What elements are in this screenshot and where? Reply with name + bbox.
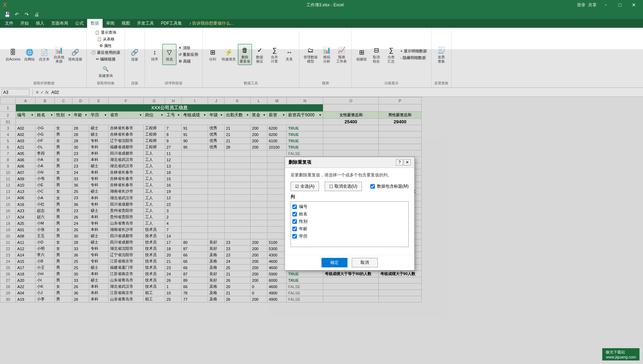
quick-access-toolbar: 💾 ↶ ↷ 🖨 <box>0 10 643 19</box>
window-title: 工作簿3.xlsx - Excel <box>73 2 577 8</box>
modal-title: 删除重复项 <box>288 159 311 165</box>
modal-action-row: ☑ 全选(A) ☐ 取消全选(U) 数据包含标题(M) <box>291 182 409 191</box>
btn-from-table[interactable]: 📋 从表格 <box>96 36 116 42</box>
column-list[interactable]: 编号 姓名 性别 年龄 学历 <box>291 201 409 247</box>
has-header-label: 数据包含标题(M) <box>377 183 409 189</box>
tab-formula[interactable]: 公式 <box>72 19 87 28</box>
title-bar: X 工作簿3.xlsx - Excel 登录 共享 － □ ✕ <box>0 0 643 10</box>
col-check-xingbie[interactable] <box>292 219 297 224</box>
remove-duplicates-dialog: 删除重复项 ? ✕ 若要删除重复值，请选择一个或多个包含重复值的列。 ☑ 全选(… <box>285 157 415 271</box>
tab-layout[interactable]: 页面布局 <box>48 19 72 28</box>
redo-btn[interactable]: ↷ <box>22 11 31 18</box>
modal-cancel-btn[interactable]: 取消 <box>352 258 378 267</box>
modal-header: 删除重复项 ? ✕ <box>285 157 414 168</box>
tab-file[interactable]: 文件 <box>1 19 17 28</box>
col-check-nianling[interactable] <box>292 227 297 231</box>
col-check-biaohao[interactable] <box>292 204 297 209</box>
clear-all-btn[interactable]: ☐ 取消全选(U) <box>325 182 362 191</box>
undo-btn[interactable]: ↶ <box>13 11 21 18</box>
btn-properties[interactable]: ⚙ 属性 <box>98 43 113 49</box>
save-btn[interactable]: 💾 <box>3 11 11 18</box>
modal-close-btn[interactable]: ✕ <box>404 159 411 165</box>
maximize-btn[interactable]: □ <box>613 0 626 10</box>
col-item-xingming: 姓名 <box>292 210 407 218</box>
minimize-btn[interactable]: － <box>599 0 612 10</box>
column-list-label: 列 <box>291 194 409 200</box>
print-btn[interactable]: 🖨 <box>32 11 41 18</box>
modal-overlay: 删除重复项 ? ✕ 若要删除重复值，请选择一个或多个包含重复值的列。 ☑ 全选(… <box>0 49 643 364</box>
select-all-btn[interactable]: ☑ 全选(A) <box>291 182 319 191</box>
col-item-xingbie: 性别 <box>292 218 407 225</box>
tab-dev[interactable]: 开发工具 <box>134 19 157 28</box>
tab-pdf[interactable]: PDF工具集 <box>157 19 186 28</box>
col-check-xingming[interactable] <box>292 212 297 216</box>
close-btn[interactable]: ✕ <box>628 0 640 10</box>
modal-body: 若要删除重复值，请选择一个或多个包含重复值的列。 ☑ 全选(A) ☐ 取消全选(… <box>285 168 414 255</box>
modal-help-btn[interactable]: ? <box>396 159 403 165</box>
clear-all-icon: ☐ <box>329 184 333 189</box>
tab-review[interactable]: 审阅 <box>103 19 118 28</box>
tab-view[interactable]: 视图 <box>118 19 134 28</box>
modal-confirm-btn[interactable]: 确定 <box>322 258 348 267</box>
col-item-biaohao: 编号 <box>292 203 407 210</box>
modal-description: 若要删除重复值，请选择一个或多个包含重复值的列。 <box>291 172 409 178</box>
share-btn[interactable]: 共享 <box>588 2 597 8</box>
ribbon-tabs: 文件 开始 插入 页面布局 公式 数据 审阅 视图 开发工具 PDF工具集 ♪ … <box>0 19 643 28</box>
aurora-watermark: 极光下载站www.jiguang.com <box>602 348 639 360</box>
btn-show-query[interactable]: 📋 显示查询 <box>93 29 118 35</box>
tab-insert[interactable]: 插入 <box>32 19 48 28</box>
has-header-option: 数据包含标题(M) <box>370 183 409 189</box>
col-check-xueli[interactable] <box>292 234 297 239</box>
has-header-checkbox[interactable] <box>370 184 375 189</box>
login-btn[interactable]: 登录 <box>577 2 585 8</box>
col-item-xueli: 学历 <box>292 233 407 240</box>
col-item-nianling: 年龄 <box>292 225 407 233</box>
tab-data[interactable]: 数据 <box>87 19 103 28</box>
tab-start[interactable]: 开始 <box>17 19 32 28</box>
modal-footer: 确定 取消 <box>285 255 414 270</box>
tab-search[interactable]: ♪ 告诉我你想要做什么... <box>186 19 237 28</box>
select-all-icon: ☑ <box>295 184 299 189</box>
